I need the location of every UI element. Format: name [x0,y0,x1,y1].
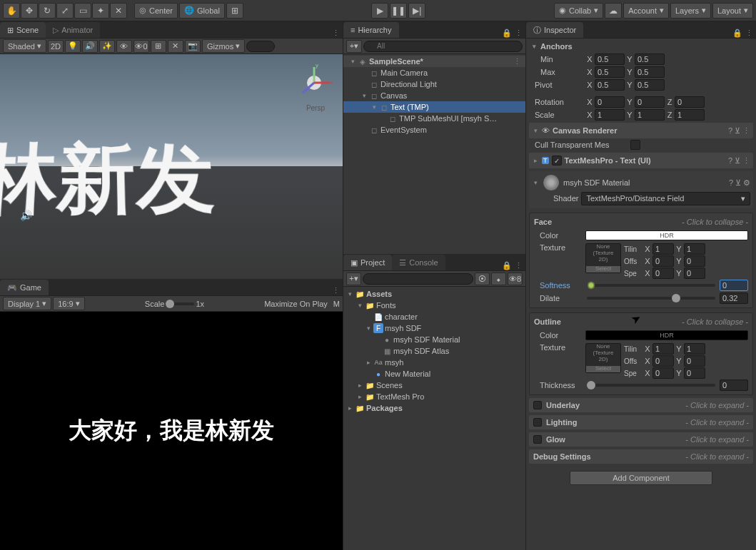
maximize-label[interactable]: Maximize On Play [264,300,328,308]
face-speed-y[interactable] [684,268,705,279]
game-view[interactable]: 大家好，我是林新发 [0,312,343,550]
panel-menu-icon[interactable]: ⋮ [745,29,753,38]
hierarchy-scene[interactable]: ▾ ◈ SampleScene* ⋮ [343,56,525,67]
cull-checkbox[interactable] [630,140,640,150]
expand-arrow[interactable]: ▾ [349,58,356,65]
add-button[interactable]: +▾ [346,273,361,285]
space-toggle[interactable]: 🌐 Global [179,3,225,19]
hierarchy-canvas[interactable]: ▾ ◻ Canvas [343,90,525,101]
expand-arrow[interactable]: ▸ [532,157,539,164]
tab-inspector[interactable]: ⓘ Inspector [526,22,583,38]
expand-arrow[interactable]: ▾ [365,325,372,332]
project-assets[interactable]: ▾ 📁 Assets [343,288,525,300]
hierarchy-search[interactable] [363,41,523,52]
hierarchy-light[interactable]: ◻ Directional Light [343,78,525,90]
display-dropdown[interactable]: Display 1▾ [3,297,51,310]
scale-tool[interactable]: ⤢ [56,3,74,19]
anchor-min-y[interactable] [635,54,665,65]
filter-label-button[interactable]: ⬥ [491,273,506,285]
account-dropdown[interactable]: Account ▾ [623,3,669,19]
lock-icon[interactable]: 🔒 [732,29,742,38]
hand-tool[interactable]: ✋ [3,3,20,19]
add-button[interactable]: +▾ [346,40,362,53]
outline-color-swatch[interactable]: HDR [585,330,748,340]
dilate-slider[interactable] [587,297,715,300]
expand-arrow[interactable]: ▾ [532,179,539,186]
rotate-tool[interactable]: ↻ [39,3,56,19]
project-msyh-sdf-material[interactable]: ● msyh SDF Material [343,334,525,345]
help-icon[interactable]: ? [729,178,733,188]
softness-slider[interactable] [587,284,715,287]
step-button[interactable]: ▶| [408,3,425,19]
expand-arrow[interactable]: ▸ [356,393,363,400]
rotation-y[interactable] [635,96,665,108]
anchor-max-x[interactable] [595,66,625,78]
custom-tool[interactable]: ✕ [110,3,127,19]
tmp-component[interactable]: ▸ T TextMeshPro - Text (UI) ? ⊻ ⋮ [529,153,753,168]
grid-toggle[interactable]: ⊞ [151,40,166,53]
anchor-max-y[interactable] [635,66,665,78]
scale-slider[interactable] [166,302,194,305]
hierarchy-camera[interactable]: ◻ Main Camera [343,67,525,78]
underlay-checkbox[interactable] [533,401,542,409]
thickness-input[interactable] [720,380,748,391]
underlay-section[interactable]: Underlay - Click to expand - [529,398,753,412]
project-character[interactable]: 📄 character [343,311,525,322]
anchors-header[interactable]: ▾ Anchors [529,40,753,53]
shader-dropdown[interactable]: TextMeshPro/Distance Field ▾ [581,192,750,205]
layers-dropdown[interactable]: Layers ▾ [670,3,711,19]
tab-animator[interactable]: ▷ Animator [46,22,100,38]
tab-hierarchy[interactable]: ≡ Hierarchy [343,22,399,38]
project-msyh[interactable]: ▸ Aa msyh [343,357,525,368]
gizmos-dropdown[interactable]: Gizmos ▾ [202,39,245,53]
scale-x[interactable] [595,109,625,121]
preset-icon[interactable]: ⊻ [735,178,741,188]
expand-arrow[interactable]: ▾ [532,127,539,134]
menu-icon[interactable]: ⋮ [742,156,750,165]
panel-menu-icon[interactable]: ⋮ [332,29,340,38]
help-icon[interactable]: ? [728,126,732,136]
audio-toggle[interactable]: 🔊 [82,40,98,53]
project-msyh-sdf[interactable]: ▾ F msyh SDF [343,322,525,334]
outline-offset-x[interactable] [652,355,674,367]
aspect-dropdown[interactable]: 16:9▾ [53,297,84,310]
help-icon[interactable]: ? [728,156,732,165]
hierarchy-text-tmp[interactable]: ▾ ◻ Text (TMP) [343,101,525,113]
tab-project[interactable]: ▣ Project [343,255,392,270]
expand-arrow[interactable]: ▸ [356,382,363,389]
face-tiling-x[interactable] [652,243,674,255]
lighting-checkbox[interactable] [533,418,542,427]
scale-y[interactable] [635,109,665,121]
outline-offset-y[interactable] [684,355,705,367]
debug-section[interactable]: Debug Settings - Click to expand - [529,449,753,464]
mute-label[interactable]: M [329,300,340,308]
tab-console[interactable]: ☰ Console [392,255,445,270]
project-new-material[interactable]: ● New Material [343,368,525,380]
move-tool[interactable]: ✥ [21,3,38,19]
canvas-renderer-component[interactable]: ▾ 👁 Canvas Renderer ? ⊻ ⋮ [529,123,753,138]
scene-search[interactable] [246,41,275,52]
expand-arrow[interactable]: ▾ [530,43,538,50]
thickness-slider[interactable] [587,384,715,387]
project-search[interactable] [363,273,473,285]
pivot-toggle[interactable]: ◎ Center [134,3,178,19]
face-offset-y[interactable] [684,255,705,267]
hidden-toggle[interactable]: 👁 [116,40,132,53]
orientation-gizmo[interactable]: y x [293,61,336,104]
play-button[interactable]: ▶ [371,3,388,19]
expand-arrow[interactable]: ▾ [356,302,363,309]
pause-button[interactable]: ❚❚ [390,3,407,19]
dilate-input[interactable] [720,292,748,304]
2d-toggle[interactable]: 2D [48,40,64,53]
select-button[interactable]: Select [586,366,620,372]
tab-scene[interactable]: ⊞ Scene [0,22,46,38]
pivot-x[interactable] [595,79,625,91]
preset-icon[interactable]: ⊻ [735,156,740,165]
tab-game[interactable]: 🎮 Game [0,280,49,295]
project-textmeshpro[interactable]: ▸ 📁 TextMesh Pro [343,391,525,402]
hierarchy-submesh[interactable]: ◻ TMP SubMeshUI [msyh S… [343,113,525,124]
shading-dropdown[interactable]: Shaded ▾ [3,39,46,53]
outline-speed-x[interactable] [652,367,674,379]
project-packages[interactable]: ▸ 📁 Packages [343,402,525,414]
outline-tiling-y[interactable] [684,343,705,355]
